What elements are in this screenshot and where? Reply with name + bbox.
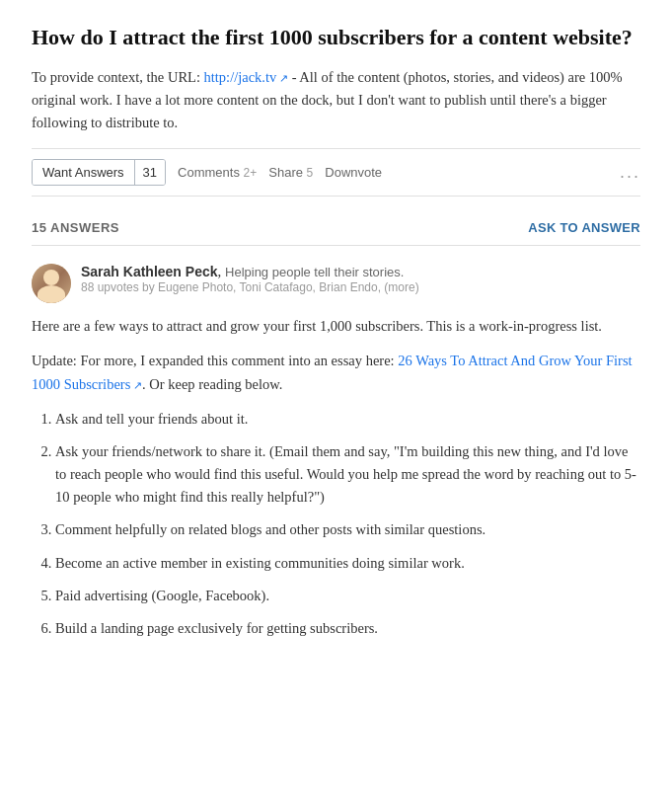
- comments-link[interactable]: Comments 2+: [178, 165, 257, 180]
- avatar: [32, 264, 71, 303]
- answerer-name-bio: Sarah Kathleen Peck, Helping people tell…: [81, 264, 640, 280]
- want-answers-button[interactable]: Want Answers 31: [32, 159, 166, 186]
- answer-block: Sarah Kathleen Peck, Helping people tell…: [32, 264, 640, 640]
- downvote-label: Downvote: [325, 165, 382, 180]
- list-item: Ask and tell your friends about it.: [55, 408, 640, 431]
- list-item: Comment helpfully on related blogs and o…: [55, 518, 640, 541]
- question-body: To provide context, the URL: http://jack…: [32, 66, 640, 135]
- want-answers-count: 31: [135, 160, 165, 185]
- share-label: Share: [268, 165, 303, 180]
- answer-paragraph-1: Here are a few ways to attract and grow …: [32, 315, 640, 338]
- list-item: Paid advertising (Google, Facebook).: [55, 585, 640, 607]
- answerer-info: Sarah Kathleen Peck, Helping people tell…: [81, 264, 640, 294]
- action-bar: Want Answers 31 Comments 2+ Share 5 Down…: [32, 148, 640, 197]
- comments-label: Comments: [178, 165, 240, 180]
- share-link[interactable]: Share 5: [268, 165, 313, 180]
- answer-content: Here are a few ways to attract and grow …: [32, 315, 640, 640]
- external-link-icon-2: ↗: [130, 379, 142, 391]
- answerer-bio: Helping people tell their stories.: [225, 265, 404, 279]
- answers-count: 15 ANSWERS: [32, 220, 119, 235]
- question-url-link[interactable]: http://jack.tv: [204, 69, 277, 85]
- list-item: Build a landing page exclusively for get…: [55, 617, 640, 640]
- list-item: Ask your friends/network to share it. (E…: [55, 440, 640, 510]
- want-answers-label: Want Answers: [33, 160, 135, 185]
- question-body-intro: To provide context, the URL:: [32, 69, 204, 85]
- avatar-image: [32, 264, 71, 303]
- answer-paragraph-2: Update: For more, I expanded this commen…: [32, 350, 640, 395]
- comma-separator: ,: [218, 264, 226, 279]
- upvotes-line: 88 upvotes by Eugene Photo, Toni Catafag…: [81, 280, 640, 294]
- after-link-text: . Or keep reading below.: [142, 376, 282, 392]
- update-intro: Update: For more, I expanded this commen…: [32, 353, 398, 368]
- answerer-name[interactable]: Sarah Kathleen Peck: [81, 264, 218, 279]
- list-item: Become an active member in existing comm…: [55, 552, 640, 575]
- question-title: How do I attract the first 1000 subscrib…: [32, 24, 640, 52]
- comments-count: 2+: [244, 166, 258, 180]
- ask-to-answer-link[interactable]: ASK TO ANSWER: [528, 220, 640, 235]
- external-link-indicator: ↗: [276, 72, 288, 84]
- answerer-header: Sarah Kathleen Peck, Helping people tell…: [32, 264, 640, 303]
- downvote-link[interactable]: Downvote: [325, 165, 382, 180]
- answers-header: 15 ANSWERS ASK TO ANSWER: [32, 210, 640, 246]
- answer-list: Ask and tell your friends about it. Ask …: [32, 408, 640, 641]
- share-count: 5: [307, 166, 314, 180]
- more-options-button[interactable]: ...: [620, 162, 640, 183]
